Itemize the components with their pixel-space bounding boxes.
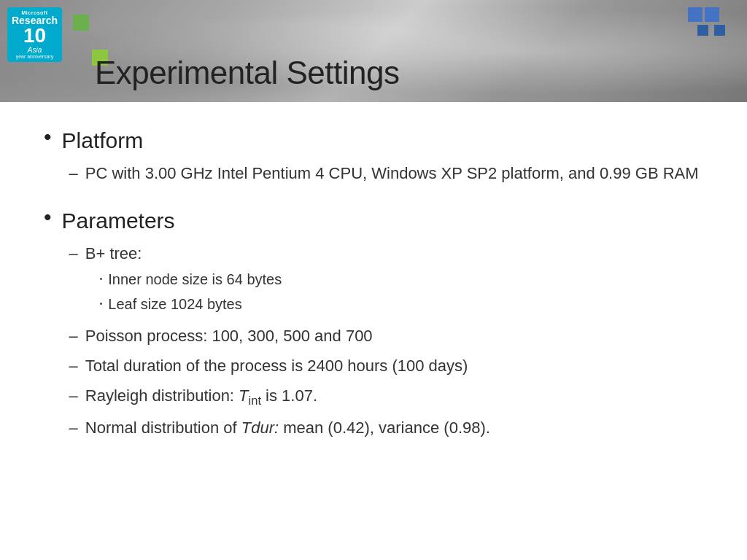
deco-square-blue4 bbox=[714, 25, 725, 36]
bullet-parameters: • Parameters – B+ tree: • Inner node siz… bbox=[44, 204, 703, 446]
parameters-sub-list: – B+ tree: • Inner node size is 64 bytes… bbox=[69, 241, 490, 440]
duration-text: Total duration of the process is 2400 ho… bbox=[85, 354, 490, 378]
normal-text: Normal distribution of Tdur: mean (0.42)… bbox=[85, 416, 490, 440]
platform-sub-list: – PC with 3.00 GHz Intel Pentium 4 CPU, … bbox=[69, 161, 699, 185]
inner-node-text: Inner node size is 64 bytes bbox=[108, 268, 282, 290]
normal-sub: – Normal distribution of Tdur: mean (0.4… bbox=[69, 416, 490, 440]
deco-square-spacer bbox=[73, 34, 89, 50]
rayleigh-text: Rayleigh distribution: Tint is 1.07. bbox=[85, 384, 490, 410]
deco-square-blue2 bbox=[705, 7, 719, 22]
parameters-label: Parameters bbox=[62, 204, 490, 237]
deco-square-blue1 bbox=[688, 7, 703, 22]
bullet-dot-parameters: • bbox=[44, 204, 52, 230]
rayleigh-prefix: Rayleigh distribution: bbox=[85, 386, 239, 405]
rayleigh-dash: – bbox=[69, 384, 78, 408]
platform-dash: – bbox=[69, 161, 78, 185]
deco-squares-right bbox=[688, 7, 725, 36]
logo-asia: Asia bbox=[28, 46, 42, 54]
rayleigh-subscript: int bbox=[249, 394, 261, 407]
poisson-sub: – Poisson process: 100, 300, 500 and 700 bbox=[69, 324, 490, 348]
inner-node-dot: • bbox=[100, 273, 103, 284]
poisson-text: Poisson process: 100, 300, 500 and 700 bbox=[85, 324, 490, 348]
duration-dash: – bbox=[69, 354, 78, 378]
platform-content: Platform – PC with 3.00 GHz Intel Pentiu… bbox=[62, 124, 699, 191]
normal-suffix: mean (0.42), variance (0.98). bbox=[279, 419, 490, 437]
bullet-dot-platform: • bbox=[44, 124, 52, 150]
rayleigh-italic: T bbox=[239, 386, 248, 405]
normal-prefix: Normal distribution of bbox=[85, 419, 241, 437]
normal-dash: – bbox=[69, 416, 78, 440]
parameters-content: Parameters – B+ tree: • Inner node size … bbox=[62, 204, 490, 446]
leaf-size-item: • Leaf size 1024 bytes bbox=[100, 293, 282, 315]
bptree-dash: – bbox=[69, 241, 78, 265]
bptree-label: B+ tree: bbox=[85, 244, 142, 262]
logo-number: 10 bbox=[23, 26, 46, 46]
deco-square-blue3 bbox=[697, 25, 708, 36]
rayleigh-suffix: is 1.07. bbox=[261, 386, 317, 405]
bptree-sub-sub-list: • Inner node size is 64 bytes • Leaf siz… bbox=[100, 268, 282, 315]
inner-node-item: • Inner node size is 64 bytes bbox=[100, 268, 282, 290]
logo: Microsoft Research 10 Asia year annivers… bbox=[7, 7, 62, 62]
normal-italic: Tdur: bbox=[241, 419, 279, 437]
poisson-dash: – bbox=[69, 324, 78, 348]
slide-title: Experimental Settings bbox=[95, 55, 400, 91]
rayleigh-sub: – Rayleigh distribution: Tint is 1.07. bbox=[69, 384, 490, 410]
deco-square-green1 bbox=[73, 15, 89, 31]
platform-sub1-text: PC with 3.00 GHz Intel Pentium 4 CPU, Wi… bbox=[85, 161, 699, 185]
bptree-content: B+ tree: • Inner node size is 64 bytes •… bbox=[85, 241, 282, 318]
slide-header: Microsoft Research 10 Asia year annivers… bbox=[0, 0, 747, 102]
bptree-sub: – B+ tree: • Inner node size is 64 bytes… bbox=[69, 241, 490, 318]
platform-label: Platform bbox=[62, 124, 699, 157]
bullet-platform: • Platform – PC with 3.00 GHz Intel Pent… bbox=[44, 124, 703, 191]
leaf-size-text: Leaf size 1024 bytes bbox=[108, 293, 241, 315]
platform-sub1: – PC with 3.00 GHz Intel Pentium 4 CPU, … bbox=[69, 161, 699, 185]
duration-sub: – Total duration of the process is 2400 … bbox=[69, 354, 490, 378]
slide-content: • Platform – PC with 3.00 GHz Intel Pent… bbox=[0, 102, 747, 473]
logo-year: year anniversary bbox=[16, 54, 54, 59]
leaf-size-dot: • bbox=[100, 298, 103, 309]
